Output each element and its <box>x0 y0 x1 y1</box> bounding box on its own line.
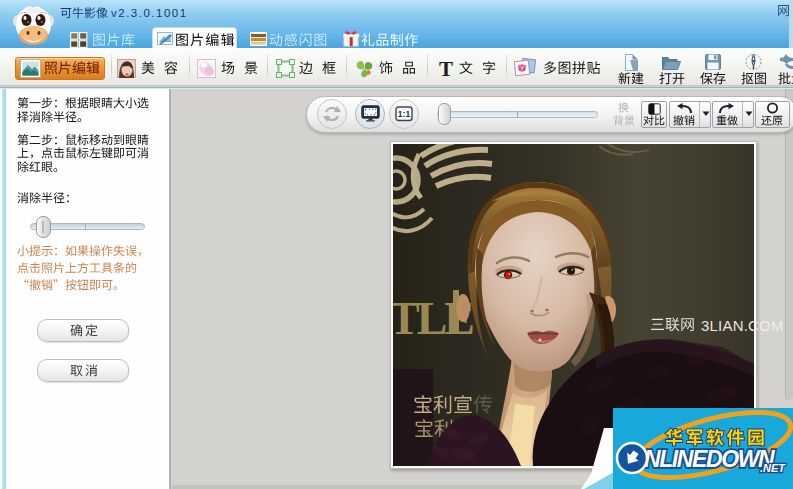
svg-text:.NET: .NET <box>760 462 786 474</box>
svg-text:NLINEDOWN: NLINEDOWN <box>644 446 775 472</box>
svg-text:1:1: 1:1 <box>398 109 411 119</box>
